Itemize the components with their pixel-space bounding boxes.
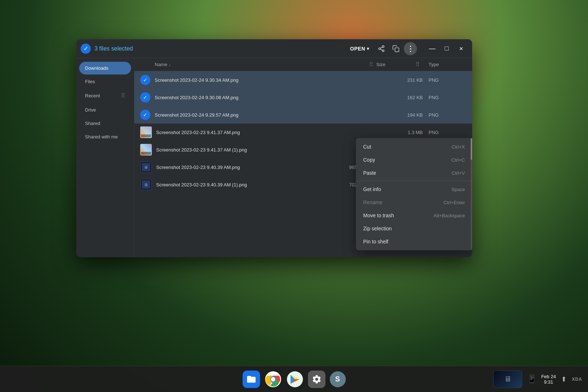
- copy-button[interactable]: [389, 42, 402, 55]
- context-menu: Cut Ctrl+X Copy Ctrl+C Paste Ctrl+V Get …: [356, 138, 472, 250]
- file-type: PNG: [423, 77, 466, 83]
- sidebar-item-drive[interactable]: Drive: [79, 104, 131, 116]
- column-headers: Name ↓ ⠿ Size ⠿ Type: [134, 58, 472, 71]
- main-content: Name ↓ ⠿ Size ⠿ Type ✓ Screenshot 2023-0…: [134, 58, 472, 257]
- sidebar: Downloads Files Recent ⠿ Drive Shared Sh…: [76, 58, 134, 257]
- context-menu-rename-shortcut: Ctrl+Enter: [443, 200, 465, 205]
- svg-point-1: [379, 48, 381, 49]
- context-menu-copy-shortcut: Ctrl+C: [451, 157, 465, 163]
- context-menu-cut-label: Cut: [363, 144, 371, 150]
- context-menu-item-rename[interactable]: Rename Ctrl+Enter: [356, 196, 472, 209]
- share-button[interactable]: [375, 42, 388, 55]
- file-thumbnail: 🖥: [140, 161, 152, 173]
- tray-xda-icon: XDA: [572, 377, 582, 382]
- window-body: Downloads Files Recent ⠿ Drive Shared Sh…: [76, 58, 472, 257]
- file-checkbox-checked: ✓: [140, 92, 150, 102]
- context-menu-copy-label: Copy: [363, 157, 375, 163]
- column-resize-handle-1[interactable]: ⠿: [366, 61, 376, 68]
- selection-indicator: ✓ 3 files selected: [81, 44, 133, 54]
- context-menu-item-move-to-trash[interactable]: Move to trash Alt+Backspace: [356, 209, 472, 222]
- context-menu-paste-shortcut: Ctrl+V: [452, 170, 465, 176]
- open-dropdown-icon: ▾: [367, 46, 369, 51]
- svg-line-4: [380, 47, 382, 48]
- file-thumbnail: [140, 144, 152, 155]
- open-button[interactable]: OPEN ▾: [346, 44, 373, 54]
- context-menu-get-info-label: Get info: [363, 186, 381, 192]
- file-checkbox-checked: ✓: [140, 110, 150, 120]
- title-bar: ✓ 3 files selected OPEN ▾ ⋮: [76, 39, 472, 58]
- file-name: Screenshot 2023-02-23 9.41.37 AM (1).png: [156, 147, 386, 153]
- taskbar-icon-chrome[interactable]: [264, 371, 282, 388]
- file-name: Screenshot 2023-02-24 9.29.57 AM.png: [155, 112, 386, 118]
- system-tray: 🖥 📱 Feb 24 9:31 ⬆ XDA: [493, 371, 582, 388]
- column-header-name[interactable]: Name ↓: [140, 62, 366, 67]
- file-type: PNG: [423, 130, 466, 135]
- context-menu-rename-label: Rename: [363, 199, 382, 205]
- tray-app-preview[interactable]: 🖥: [493, 371, 522, 388]
- context-menu-zip-label: Zip selection: [363, 226, 392, 231]
- file-type: PNG: [423, 95, 466, 100]
- context-menu-item-pin-to-shelf[interactable]: Pin to shelf: [356, 235, 472, 248]
- minimize-button[interactable]: —: [426, 42, 439, 55]
- context-menu-item-zip-selection[interactable]: Zip selection: [356, 222, 472, 235]
- sidebar-item-files[interactable]: Files: [79, 75, 131, 88]
- selection-count-label: 3 files selected: [94, 45, 133, 52]
- file-size: 194 KB: [386, 112, 423, 118]
- file-thumbnail: [140, 126, 152, 138]
- file-type: PNG: [423, 112, 466, 118]
- file-thumbnail: 🖥: [140, 179, 152, 190]
- table-row[interactable]: ✓ Screenshot 2023-02-24 9.29.57 AM.png 1…: [134, 106, 472, 124]
- context-menu-move-trash-shortcut: Alt+Backspace: [434, 213, 465, 218]
- file-name: Screenshot 2023-02-23 9.40.39 AM.png: [156, 165, 328, 170]
- file-name: Screenshot 2023-02-24 9.30.08 AM.png: [155, 95, 386, 100]
- column-resize-handle-2[interactable]: ⠿: [413, 61, 423, 68]
- tray-phone-icon[interactable]: 📱: [525, 373, 538, 386]
- context-menu-cut-shortcut: Ctrl+X: [452, 144, 465, 150]
- tray-upload-icon[interactable]: ⬆: [559, 374, 569, 384]
- taskbar-icon-files[interactable]: [243, 371, 260, 388]
- maximize-button[interactable]: □: [440, 42, 453, 55]
- system-date: Feb 24: [541, 374, 556, 379]
- context-menu-get-info-shortcut: Space: [451, 187, 465, 192]
- selection-check-icon: ✓: [81, 44, 91, 54]
- taskbar-icon-profile[interactable]: S: [330, 371, 346, 387]
- sidebar-item-shared[interactable]: Shared: [79, 117, 131, 130]
- file-name: Screenshot 2023-02-23 9.40.39 AM (1).png: [156, 182, 328, 187]
- context-menu-item-cut[interactable]: Cut Ctrl+X: [356, 140, 472, 153]
- close-button[interactable]: ✕: [455, 42, 468, 55]
- file-checkbox-checked: ✓: [140, 75, 150, 85]
- svg-point-0: [382, 45, 384, 47]
- title-bar-left: ✓ 3 files selected: [81, 44, 133, 54]
- system-time: 9:31: [544, 379, 553, 385]
- file-name: Screenshot 2023-02-23 9.41.37 AM.png: [156, 130, 386, 135]
- more-options-button[interactable]: ⋮: [404, 42, 417, 55]
- table-row[interactable]: ✓ Screenshot 2023-02-24 9.30.34 AM.png 2…: [134, 71, 472, 89]
- context-menu-pin-label: Pin to shelf: [363, 239, 388, 245]
- context-menu-paste-label: Paste: [363, 170, 376, 176]
- file-size: 1.3 MB: [386, 130, 423, 135]
- svg-point-2: [382, 50, 384, 52]
- table-row[interactable]: ✓ Screenshot 2023-02-24 9.30.08 AM.png 1…: [134, 89, 472, 106]
- file-manager-window: ✓ 3 files selected OPEN ▾ ⋮: [76, 39, 472, 257]
- file-size: 162 KB: [386, 95, 423, 100]
- scrollbar-track: [471, 138, 472, 250]
- file-size: 231 KB: [386, 77, 423, 83]
- column-header-size[interactable]: Size: [376, 62, 413, 67]
- system-clock[interactable]: Feb 24 9:31: [541, 374, 556, 385]
- context-menu-divider-1: [356, 181, 472, 181]
- sidebar-item-downloads[interactable]: Downloads: [79, 62, 131, 74]
- title-bar-right: OPEN ▾ ⋮ — □ ✕: [346, 42, 468, 55]
- context-menu-item-paste[interactable]: Paste Ctrl+V: [356, 166, 472, 179]
- taskbar-icon-settings[interactable]: [308, 371, 325, 388]
- svg-rect-5: [395, 48, 399, 52]
- column-header-type[interactable]: Type: [423, 62, 466, 67]
- sidebar-item-shared-with-me[interactable]: Shared with me: [79, 130, 131, 143]
- context-menu-item-copy[interactable]: Copy Ctrl+C: [356, 153, 472, 166]
- sort-icon: ↓: [169, 62, 171, 67]
- context-menu-item-get-info[interactable]: Get info Space: [356, 183, 472, 196]
- taskbar-icon-play[interactable]: [286, 371, 304, 388]
- scrollbar-thumb: [471, 138, 472, 160]
- context-menu-move-trash-label: Move to trash: [363, 213, 394, 218]
- sidebar-item-recent[interactable]: Recent ⠿: [79, 89, 131, 103]
- file-name: Screenshot 2023-02-24 9.30.34 AM.png: [155, 77, 386, 83]
